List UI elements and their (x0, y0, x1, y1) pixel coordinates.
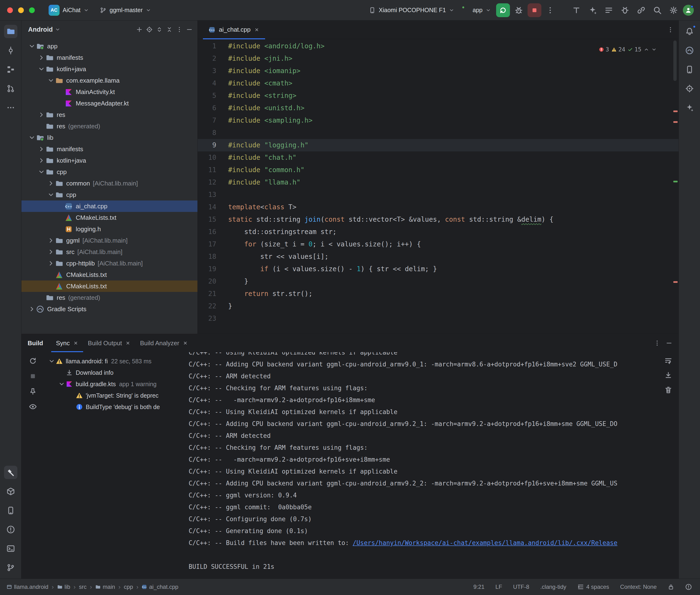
more-tool-windows-button[interactable] (4, 101, 18, 114)
pull-requests-tool-button[interactable] (4, 82, 18, 95)
build-output-path-link[interactable]: /Users/hanyin/Workspace/ai-chat/examples… (353, 539, 617, 546)
code-area[interactable]: 1#include <android/log.h>2#include <jni.… (198, 39, 678, 334)
chevron-right-icon[interactable] (47, 237, 55, 244)
tree-item-res[interactable]: res(generated) (22, 292, 197, 303)
gemini-button[interactable] (586, 3, 599, 17)
build-tree-item-build-gradle-kts[interactable]: build.gradle.ktsapp 1 warning (44, 378, 185, 390)
code-line-11[interactable]: 11#include "common.h" (198, 164, 678, 176)
notifications-button[interactable] (683, 25, 696, 38)
device-mirroring-button[interactable] (569, 3, 583, 17)
tree-item-common[interactable]: common[AiChat.lib.main] (22, 178, 197, 189)
profile-avatar[interactable] (683, 5, 694, 16)
code-line-7[interactable]: 7#include <sampling.h> (198, 114, 678, 127)
chevron-right-icon[interactable] (47, 260, 55, 267)
chevron-down-icon[interactable] (47, 191, 55, 198)
chevron-down-icon[interactable] (58, 381, 66, 387)
close-tab-icon[interactable] (183, 340, 188, 346)
hide-build-panel-icon[interactable] (666, 340, 672, 346)
code-line-5[interactable]: 5#include <string> (198, 89, 678, 102)
todo-button[interactable] (602, 3, 616, 17)
tree-item-cmakelists-txt[interactable]: CMakeLists.txt (22, 212, 197, 223)
tree-item-cmakelists-txt[interactable]: CMakeLists.txt (22, 269, 197, 281)
build-tool-button[interactable] (4, 466, 18, 479)
device-selector[interactable]: Xiaomi POCOPHONE F1 (366, 4, 457, 16)
structure-tool-button[interactable] (4, 63, 18, 76)
chevron-down-icon[interactable] (37, 168, 46, 175)
chevron-down-icon[interactable] (37, 65, 46, 73)
breadcrumb-lib[interactable]: lib (57, 584, 70, 590)
packages-tool-button[interactable] (4, 485, 18, 498)
rerun-button[interactable] (496, 3, 510, 17)
close-tab-icon[interactable] (125, 340, 131, 346)
soft-wrap-icon[interactable] (664, 357, 672, 365)
editor-scrollbar[interactable] (673, 40, 677, 81)
settings-button[interactable] (667, 3, 680, 17)
code-line-8[interactable]: 8 (198, 127, 678, 139)
project-view-selector[interactable]: Android (28, 26, 53, 33)
assistant-button[interactable] (683, 101, 696, 114)
inspections-widget[interactable]: 3 24 15 (596, 42, 660, 57)
code-line-6[interactable]: 6#include <unistd.h> (198, 102, 678, 114)
build-options-icon[interactable] (654, 340, 661, 346)
tree-item-mainactivity-kt[interactable]: MainActivity.kt (22, 86, 197, 97)
build-tab-sync[interactable]: Sync (51, 334, 83, 352)
breadcrumb-main[interactable]: main (95, 584, 115, 590)
tree-item-manifests[interactable]: manifests (22, 52, 197, 63)
editor-options-icon[interactable] (667, 26, 674, 33)
add-icon[interactable] (136, 26, 143, 33)
code-line-20[interactable]: 20 } (198, 275, 678, 288)
tree-item-cpp-httplib[interactable]: cpp-httplib[AiChat.lib.main] (22, 258, 197, 269)
code-line-22[interactable]: 22} (198, 300, 678, 312)
build-tree-item-buildtype-debug-is-both-de[interactable]: BuildType 'debug' is both de (44, 401, 185, 413)
profiler-button[interactable] (618, 3, 632, 17)
tree-item-cpp[interactable]: cpp (22, 166, 197, 178)
tree-item-messageadapter-kt[interactable]: MessageAdapter.kt (22, 97, 197, 109)
context-widget[interactable]: Context: None (620, 584, 657, 590)
chevron-right-icon[interactable] (37, 111, 46, 118)
analyzer-status[interactable]: .clang-tidy (540, 584, 566, 590)
code-line-14[interactable]: 14template<class T> (198, 201, 678, 213)
lock-icon[interactable] (668, 584, 674, 590)
build-tab-build-output[interactable]: Build Output (83, 334, 135, 352)
breadcrumb-ai-chat-cpp[interactable]: C++ai_chat.cpp (142, 584, 178, 590)
gradle-tool-button[interactable] (683, 44, 696, 57)
chevron-down-icon[interactable] (28, 42, 36, 50)
breadcrumb-src[interactable]: src (79, 584, 86, 590)
tree-item-src[interactable]: src[AiChat.lib.main] (22, 246, 197, 258)
tree-item-res[interactable]: res (22, 109, 197, 120)
zoom-window-button[interactable] (29, 7, 35, 13)
debug-button[interactable] (512, 3, 526, 17)
file-encoding[interactable]: UTF-8 (513, 584, 529, 590)
tree-item-lib[interactable]: lib (22, 132, 197, 143)
rerun-sync-icon[interactable] (29, 357, 37, 365)
run-configuration-selector[interactable]: app (459, 4, 494, 16)
tree-item-ggml[interactable]: ggml[AiChat.lib.main] (22, 235, 197, 246)
code-line-10[interactable]: 10#include "chat.h" (198, 151, 678, 164)
tree-item-logging-h[interactable]: logging.h (22, 223, 197, 235)
breadcrumb-cpp[interactable]: cpp (124, 584, 133, 590)
collapse-all-icon[interactable] (166, 26, 173, 33)
tree-item-app[interactable]: app (22, 40, 197, 52)
build-panel-title[interactable]: Build (28, 340, 43, 347)
device-explorer-button[interactable] (683, 63, 696, 76)
scroll-to-end-icon[interactable] (664, 371, 672, 379)
code-line-19[interactable]: 19 if (i < values.size() - 1) { str << d… (198, 263, 678, 275)
running-devices-tool-button[interactable] (4, 504, 18, 517)
code-line-23[interactable]: 23 (198, 312, 678, 325)
panel-options-icon[interactable] (176, 26, 183, 33)
tree-item-cmakelists-txt[interactable]: CMakeLists.txt (22, 281, 197, 292)
chevron-down-icon[interactable] (47, 77, 55, 84)
stop-button[interactable] (528, 3, 541, 17)
build-tree-item-llama-android-fi[interactable]: llama.android: fi22 sec, 583 ms (44, 356, 185, 367)
error-stripe[interactable] (671, 39, 678, 334)
code-line-16[interactable]: 16 std::ostringstream str; (198, 226, 678, 238)
code-line-17[interactable]: 17 for (size_t i = 0; i < values.size();… (198, 238, 678, 251)
tree-item-ai-chat-cpp[interactable]: C++ai_chat.cpp (22, 200, 197, 212)
chevron-right-icon[interactable] (47, 248, 55, 255)
link-button[interactable] (634, 3, 648, 17)
expand-all-icon[interactable] (156, 26, 163, 33)
hide-panel-icon[interactable] (186, 26, 193, 33)
branch-widget[interactable]: ggml-master (96, 4, 155, 16)
next-problem-icon[interactable] (651, 47, 657, 52)
search-everywhere-button[interactable] (650, 3, 664, 17)
